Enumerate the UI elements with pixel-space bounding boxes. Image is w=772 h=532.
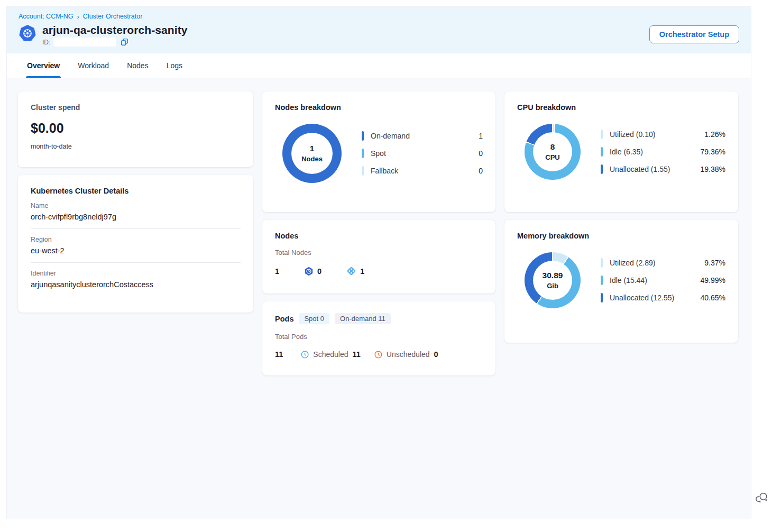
nodes-breakdown-donut-chart: 1 Nodes [282, 124, 342, 183]
on-demand-nodes-count: 1 [346, 266, 364, 276]
legend-row-on-demand: On-demand 1 [362, 131, 483, 141]
legend-row-cpu-idle: Idle (6.35) 79.36% [601, 147, 725, 157]
scheduled-pods-value: 11 [353, 350, 361, 359]
legend-row-cpu-utilized: Utilized (0.10) 1.26% [601, 130, 725, 139]
memory-donut-center-value: 30.89 [543, 271, 563, 280]
detail-field-region: Region eu-west-2 [31, 229, 241, 263]
memory-breakdown-donut-chart: 30.89 Gib [525, 252, 581, 308]
cluster-spend-title: Cluster spend [31, 103, 241, 112]
legend-swatch [601, 130, 603, 139]
memory-breakdown-title: Memory breakdown [517, 232, 725, 240]
cluster-spend-amount: $0.00 [31, 121, 241, 136]
legend-swatch [362, 166, 364, 176]
legend-swatch [362, 131, 364, 141]
cluster-details-title: Kubernetes Cluster Details [31, 187, 241, 195]
unscheduled-pods-group: Unscheduled 0 [374, 350, 438, 359]
page-title: arjun-qa-clusterorch-sanity [42, 24, 188, 36]
cpu-breakdown-card: CPU breakdown 8 CPU Utilized (0.10) 1.26… [504, 91, 738, 212]
pods-on-demand-badge: On-demand 11 [335, 313, 391, 324]
spot-node-icon [304, 267, 314, 276]
cluster-id-field[interactable] [53, 38, 116, 47]
legend-swatch [601, 293, 603, 302]
cluster-spend-period: month-to-date [31, 143, 241, 150]
breadcrumb-account-link[interactable]: Account: CCM-NG [19, 13, 73, 20]
memory-donut-center-label: Gib [547, 282, 558, 290]
app-container: Account: CCM-NG › Cluster Orchestrator a… [6, 6, 751, 519]
detail-field-name: Name orch-cvifpfl9rbg8neldj97g [31, 195, 241, 229]
nodes-card-title: Nodes [275, 232, 483, 240]
kubernetes-icon [19, 24, 36, 42]
legend-row-fallback: Fallback 0 [362, 166, 483, 176]
cluster-spend-card: Cluster spend $0.00 month-to-date [18, 91, 253, 167]
breadcrumb: Account: CCM-NG › Cluster Orchestrator [19, 13, 739, 20]
tab-overview[interactable]: Overview [26, 53, 61, 78]
memory-breakdown-card: Memory breakdown 30.89 Gib Utilized (2.8… [504, 220, 738, 343]
cluster-details-card: Kubernetes Cluster Details Name orch-cvi… [18, 175, 253, 313]
legend-swatch [362, 149, 364, 158]
copy-icon[interactable] [121, 38, 128, 46]
tab-nodes[interactable]: Nodes [126, 53, 149, 78]
tab-workload[interactable]: Workload [77, 53, 110, 78]
detail-field-identifier: Identifier arjunqasanityclusterorchCosta… [31, 263, 241, 291]
legend-row-mem-unallocated: Unallocated (12.55) 40.65% [601, 293, 725, 302]
breadcrumb-separator-icon: › [77, 13, 79, 20]
legend-row-cpu-unallocated: Unallocated (1.55) 19.38% [601, 164, 725, 174]
legend-swatch [601, 258, 603, 268]
page-header: Account: CCM-NG › Cluster Orchestrator a… [7, 7, 751, 53]
active-tab-underline [26, 76, 61, 78]
pods-spot-badge: Spot 0 [299, 313, 329, 324]
cluster-id-label: ID: [42, 39, 50, 46]
total-nodes-value: 1 [275, 267, 279, 276]
legend-row-mem-idle: Idle (15.44) 49.99% [601, 276, 725, 285]
tab-bar: Overview Workload Nodes Logs [7, 53, 751, 78]
pods-card-title: Pods [275, 315, 293, 323]
pods-card: Pods Spot 0 On-demand 11 Total Pods 11 S… [262, 301, 495, 375]
legend-swatch [601, 276, 603, 285]
chat-help-icon[interactable] [756, 491, 768, 504]
breadcrumb-cluster-orchestrator-link[interactable]: Cluster Orchestrator [83, 13, 143, 20]
legend-swatch [601, 147, 603, 157]
cpu-breakdown-donut-chart: 8 CPU [525, 124, 581, 180]
nodes-donut-center-value: 1 [310, 144, 315, 153]
unscheduled-clock-icon [374, 351, 382, 359]
unscheduled-pods-value: 0 [434, 350, 438, 359]
total-pods-value: 11 [275, 350, 283, 359]
total-pods-label: Total Pods [275, 333, 483, 341]
nodes-breakdown-card: Nodes breakdown 1 Nodes On-demand 1 [262, 91, 495, 212]
spot-nodes-count: 0 [304, 267, 321, 276]
cpu-donut-center-value: 8 [550, 142, 555, 152]
on-demand-node-icon [346, 266, 356, 276]
scheduled-clock-icon [301, 351, 309, 359]
total-nodes-label: Total Nodes [275, 249, 483, 256]
legend-swatch [601, 164, 603, 174]
legend-row-mem-utilized: Utilized (2.89) 9.37% [601, 258, 725, 268]
nodes-card: Nodes Total Nodes 1 0 [262, 220, 495, 293]
cpu-breakdown-title: CPU breakdown [517, 103, 725, 112]
nodes-donut-center-label: Nodes [301, 155, 323, 163]
legend-row-spot: Spot 0 [362, 149, 483, 158]
overview-content: Cluster spend $0.00 month-to-date Kubern… [7, 78, 751, 389]
tab-logs[interactable]: Logs [166, 53, 183, 78]
orchestrator-setup-button[interactable]: Orchestrator Setup [649, 25, 739, 43]
nodes-breakdown-title: Nodes breakdown [275, 103, 483, 112]
cpu-donut-center-label: CPU [545, 153, 559, 161]
scheduled-pods-group: Scheduled 11 [301, 350, 361, 359]
